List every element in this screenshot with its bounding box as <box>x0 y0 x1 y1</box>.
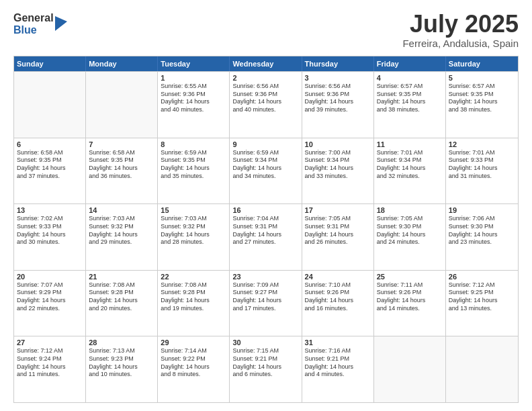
cell-line: Sunset: 9:29 PM <box>17 289 83 297</box>
cell-line: Daylight: 14 hours <box>449 297 515 305</box>
cell-line: Sunset: 9:33 PM <box>449 156 515 165</box>
cell-line: Sunset: 9:28 PM <box>161 289 226 297</box>
cell-line: Sunrise: 7:06 AM <box>449 215 515 223</box>
table-row: 22Sunrise: 7:08 AMSunset: 9:28 PMDayligh… <box>158 271 230 336</box>
day-number: 5 <box>449 74 515 82</box>
cell-line: and 20 minutes. <box>89 305 154 313</box>
cell-line: and 26 minutes. <box>305 238 371 246</box>
cell-line: Daylight: 14 hours <box>305 297 371 305</box>
table-row: 28Sunrise: 7:13 AMSunset: 9:23 PMDayligh… <box>86 336 158 402</box>
cell-line: Sunrise: 7:04 AM <box>232 215 298 223</box>
weekday-header: Saturday <box>446 56 518 71</box>
cell-line: Daylight: 14 hours <box>89 165 154 173</box>
weekday-header: Friday <box>374 56 446 71</box>
table-row <box>374 336 446 402</box>
calendar-row: 6Sunrise: 6:58 AMSunset: 9:35 PMDaylight… <box>14 138 518 204</box>
cell-line: Sunset: 9:34 PM <box>232 156 298 165</box>
cell-line: Daylight: 14 hours <box>161 165 226 173</box>
cell-line: and 38 minutes. <box>377 106 443 114</box>
table-row: 25Sunrise: 7:11 AMSunset: 9:26 PMDayligh… <box>374 271 446 336</box>
table-row <box>14 72 86 138</box>
day-number: 28 <box>89 338 154 347</box>
cell-line: Sunset: 9:35 PM <box>161 156 226 165</box>
cell-line: Sunrise: 7:15 AM <box>232 347 298 355</box>
cell-line: and 35 minutes. <box>161 173 226 181</box>
cell-line: Daylight: 14 hours <box>377 231 443 239</box>
table-row: 10Sunrise: 7:00 AMSunset: 9:34 PMDayligh… <box>302 138 374 204</box>
day-number: 27 <box>17 338 83 347</box>
title-block: July 2025 Ferreira, Andalusia, Spain <box>402 12 519 49</box>
cell-line: Sunrise: 6:59 AM <box>232 149 298 157</box>
logo-blue: Blue <box>13 24 54 36</box>
cell-line: and 11 minutes. <box>17 371 83 379</box>
table-row: 1Sunrise: 6:55 AMSunset: 9:36 PMDaylight… <box>158 72 230 138</box>
cell-line: Daylight: 14 hours <box>232 231 298 239</box>
cell-line: Sunrise: 7:09 AM <box>232 281 298 289</box>
cell-line: Sunset: 9:27 PM <box>232 289 298 297</box>
cell-line: and 30 minutes. <box>17 238 83 246</box>
day-number: 6 <box>17 140 83 148</box>
day-number: 12 <box>449 140 515 148</box>
table-row: 2Sunrise: 6:56 AMSunset: 9:36 PMDaylight… <box>230 72 302 138</box>
day-number: 22 <box>161 273 226 281</box>
cell-line: and 34 minutes. <box>232 173 298 181</box>
cell-line: Sunset: 9:21 PM <box>232 355 298 363</box>
cell-line: Daylight: 14 hours <box>377 98 443 106</box>
calendar-body: 1Sunrise: 6:55 AMSunset: 9:36 PMDaylight… <box>14 71 518 402</box>
day-number: 25 <box>377 273 443 281</box>
cell-line: Daylight: 14 hours <box>17 231 83 239</box>
calendar-row: 1Sunrise: 6:55 AMSunset: 9:36 PMDaylight… <box>14 71 518 138</box>
logo-general: General <box>13 12 54 24</box>
cell-line: and 17 minutes. <box>232 305 298 313</box>
cell-line: and 27 minutes. <box>232 238 298 246</box>
day-number: 20 <box>17 273 83 281</box>
cell-line: and 38 minutes. <box>449 106 515 114</box>
calendar-page: General Blue July 2025 Ferreira, Andalus… <box>0 0 532 411</box>
cell-line: Sunset: 9:36 PM <box>161 91 226 99</box>
cell-line: and 19 minutes. <box>161 305 226 313</box>
weekday-header: Tuesday <box>158 56 230 71</box>
cell-line: and 23 minutes. <box>449 238 515 246</box>
weekday-header: Monday <box>86 56 158 71</box>
cell-line: Sunset: 9:31 PM <box>305 223 371 231</box>
cell-line: Sunrise: 6:55 AM <box>161 83 226 91</box>
table-row: 30Sunrise: 7:15 AMSunset: 9:21 PMDayligh… <box>230 336 302 402</box>
calendar-row: 27Sunrise: 7:12 AMSunset: 9:24 PMDayligh… <box>14 336 518 402</box>
cell-line: and 33 minutes. <box>305 173 371 181</box>
cell-line: Daylight: 14 hours <box>232 363 298 371</box>
cell-line: Sunset: 9:26 PM <box>305 289 371 297</box>
table-row: 18Sunrise: 7:05 AMSunset: 9:30 PMDayligh… <box>374 204 446 270</box>
day-number: 23 <box>232 273 298 281</box>
cell-line: and 40 minutes. <box>161 106 226 114</box>
day-number: 7 <box>89 140 154 148</box>
day-number: 26 <box>449 273 515 281</box>
cell-line: Sunrise: 7:03 AM <box>89 215 154 223</box>
day-number: 8 <box>161 140 226 148</box>
weekday-header: Wednesday <box>230 56 302 71</box>
table-row: 5Sunrise: 6:57 AMSunset: 9:35 PMDaylight… <box>446 72 518 138</box>
table-row: 23Sunrise: 7:09 AMSunset: 9:27 PMDayligh… <box>230 271 302 336</box>
table-row: 12Sunrise: 7:01 AMSunset: 9:33 PMDayligh… <box>446 138 518 204</box>
cell-line: Sunrise: 7:12 AM <box>449 281 515 289</box>
header: General Blue July 2025 Ferreira, Andalus… <box>13 12 519 49</box>
cell-line: Daylight: 14 hours <box>305 363 371 371</box>
table-row: 26Sunrise: 7:12 AMSunset: 9:25 PMDayligh… <box>446 271 518 336</box>
cell-line: Daylight: 14 hours <box>377 165 443 173</box>
cell-line: Sunrise: 6:56 AM <box>232 83 298 91</box>
table-row: 13Sunrise: 7:02 AMSunset: 9:33 PMDayligh… <box>14 204 86 270</box>
cell-line: Daylight: 14 hours <box>449 98 515 106</box>
cell-line: and 24 minutes. <box>377 238 443 246</box>
cell-line: Daylight: 14 hours <box>17 363 83 371</box>
cell-line: Sunset: 9:24 PM <box>17 355 83 363</box>
cell-line: Sunrise: 7:10 AM <box>305 281 371 289</box>
cell-line: Daylight: 14 hours <box>89 363 154 371</box>
day-number: 16 <box>232 206 298 214</box>
table-row: 4Sunrise: 6:57 AMSunset: 9:35 PMDaylight… <box>374 72 446 138</box>
cell-line: Sunset: 9:31 PM <box>232 223 298 231</box>
cell-line: Sunset: 9:36 PM <box>232 91 298 99</box>
day-number: 24 <box>305 273 371 281</box>
day-number: 14 <box>89 206 154 214</box>
day-number: 31 <box>305 338 371 347</box>
cell-line: Sunset: 9:28 PM <box>89 289 154 297</box>
cell-line: Sunrise: 6:59 AM <box>161 149 226 157</box>
